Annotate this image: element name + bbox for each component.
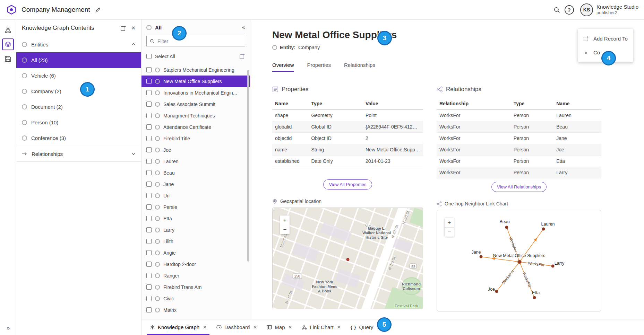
view-tab-dashboard[interactable]: Dashboard✕ xyxy=(212,319,262,335)
record-checkbox[interactable] xyxy=(146,284,152,290)
link-chart-canvas[interactable]: + − New Metal Office SuppliersBeauWorksF… xyxy=(437,210,601,311)
link-chart-node[interactable] xyxy=(551,265,555,268)
record-checkbox[interactable] xyxy=(146,239,152,244)
record-list-item[interactable]: Persie xyxy=(141,201,250,213)
view-all-relationships-button[interactable]: View All Relationships xyxy=(491,182,547,192)
map-canvas[interactable]: + − N 3rd StN 4th StE Clay StMarshall St… xyxy=(272,208,423,309)
entity-type-item[interactable]: Document (2) xyxy=(16,99,141,115)
menu-item-add-record-to[interactable]: Add Record To xyxy=(578,32,633,45)
record-checkbox[interactable] xyxy=(146,102,152,107)
table-cell[interactable]: Beau xyxy=(553,121,601,133)
record-list-item[interactable]: Firebird Title xyxy=(141,133,250,144)
table-cell[interactable]: WorksFor xyxy=(437,144,511,156)
search-icon[interactable] xyxy=(550,3,563,16)
save-icon[interactable] xyxy=(2,53,14,65)
record-list-item[interactable]: Sales Associate Summit xyxy=(141,98,250,110)
table-cell[interactable]: Joe xyxy=(553,144,601,156)
select-all-row[interactable]: Select All xyxy=(141,51,250,62)
add-record-icon[interactable] xyxy=(239,53,245,59)
record-tab-overview[interactable]: Overview xyxy=(272,62,294,72)
record-list-item[interactable]: Matrix xyxy=(141,304,250,316)
table-cell[interactable]: Lauren xyxy=(553,110,601,121)
record-list-item[interactable]: Lilith xyxy=(141,236,250,247)
zoom-out-button[interactable]: − xyxy=(445,227,454,237)
record-tab-relationships[interactable]: Relationships xyxy=(344,62,375,72)
record-list-item[interactable]: Uri xyxy=(141,190,250,201)
view-tab-map[interactable]: Map✕ xyxy=(262,319,297,335)
table-cell[interactable]: Etta xyxy=(553,156,601,167)
view-tab-link-chart[interactable]: Link Chart✕ xyxy=(297,319,345,335)
table-cell[interactable]: WorksFor xyxy=(437,167,511,178)
table-cell[interactable]: WorksFor xyxy=(437,110,511,121)
record-checkbox[interactable] xyxy=(146,262,152,267)
link-chart-node[interactable] xyxy=(505,226,508,229)
view-all-properties-button[interactable]: View All Properties xyxy=(323,179,372,189)
record-list-item[interactable]: Joe xyxy=(141,144,250,156)
record-checkbox[interactable] xyxy=(146,193,152,198)
record-list-item[interactable]: Angie xyxy=(141,247,250,258)
record-list-item[interactable]: Civic xyxy=(141,293,250,304)
record-list-item[interactable]: Firebird Trans Am xyxy=(141,281,250,293)
app-logo-icon[interactable] xyxy=(6,4,17,16)
record-checkbox[interactable] xyxy=(146,204,152,210)
table-cell[interactable]: WorksFor xyxy=(437,156,511,167)
record-checkbox[interactable] xyxy=(146,136,152,141)
record-checkbox[interactable] xyxy=(146,216,152,221)
record-checkbox[interactable] xyxy=(146,296,152,301)
record-list-item[interactable]: Etta xyxy=(141,213,250,224)
hierarchy-icon[interactable] xyxy=(2,24,14,36)
record-checkbox[interactable] xyxy=(146,113,152,118)
view-tab-knowledge-graph[interactable]: Knowledge Graph✕ xyxy=(145,319,212,335)
record-checkbox[interactable] xyxy=(146,273,152,278)
record-list-item[interactable]: Larry xyxy=(141,224,250,236)
zoom-out-button[interactable]: − xyxy=(280,225,290,234)
entity-type-item[interactable]: All (23) xyxy=(16,52,141,68)
table-cell[interactable]: WorksFor xyxy=(437,121,511,133)
link-chart-node[interactable] xyxy=(542,228,545,231)
avatar[interactable]: KS xyxy=(580,3,593,16)
record-list-item[interactable]: New Metal Office Suppliers xyxy=(141,76,250,87)
record-checkbox[interactable] xyxy=(146,170,152,175)
record-checkbox[interactable] xyxy=(146,79,152,84)
link-chart-node[interactable] xyxy=(533,296,536,299)
entity-type-item[interactable]: Company (2) xyxy=(16,83,141,99)
record-list-item[interactable]: Managment Techniques xyxy=(141,110,250,121)
layers-icon[interactable] xyxy=(2,38,14,50)
entity-type-item[interactable]: Person (10) xyxy=(16,115,141,130)
record-list-item[interactable]: Innovations in Mechanical Engin... xyxy=(141,87,250,98)
entity-type-item[interactable]: Conference (3) xyxy=(16,130,141,146)
link-chart-node[interactable] xyxy=(495,290,498,293)
link-chart-node[interactable] xyxy=(480,255,483,258)
record-checkbox[interactable] xyxy=(146,227,152,232)
close-tab-icon[interactable]: ✕ xyxy=(253,325,257,330)
table-cell[interactable]: WorksFor xyxy=(437,133,511,144)
entities-section-header[interactable]: Entities xyxy=(16,36,141,52)
close-tab-icon[interactable]: ✕ xyxy=(337,325,341,330)
record-checkbox[interactable] xyxy=(146,147,152,152)
record-list-item[interactable]: Hardtop 2-door xyxy=(141,258,250,270)
filter-input[interactable] xyxy=(157,38,242,44)
zoom-in-button[interactable]: + xyxy=(280,215,290,225)
scrollbar[interactable] xyxy=(247,70,249,262)
close-panel-icon[interactable]: ✕ xyxy=(131,25,136,31)
link-chart-center-node[interactable] xyxy=(518,260,521,264)
expand-rail-icon[interactable]: » xyxy=(0,325,16,332)
record-checkbox[interactable] xyxy=(146,67,152,72)
relationships-section-header[interactable]: Relationships xyxy=(16,146,141,162)
record-checkbox[interactable] xyxy=(146,159,152,164)
record-list-item[interactable]: Jane xyxy=(141,178,250,190)
table-cell[interactable]: Jane xyxy=(553,133,601,144)
help-icon[interactable]: ? xyxy=(563,3,575,16)
record-list-item[interactable]: Lauren xyxy=(141,156,250,167)
select-all-checkbox[interactable] xyxy=(146,54,152,59)
record-tab-properties[interactable]: Properties xyxy=(307,62,331,72)
record-checkbox[interactable] xyxy=(146,182,152,187)
collapse-panel-icon[interactable]: « xyxy=(242,24,245,31)
record-checkbox[interactable] xyxy=(146,124,152,130)
record-list-item[interactable]: Attendance Certificate xyxy=(141,121,250,133)
close-tab-icon[interactable]: ✕ xyxy=(288,325,292,330)
record-checkbox[interactable] xyxy=(146,90,152,95)
edit-title-icon[interactable] xyxy=(95,7,101,13)
record-checkbox[interactable] xyxy=(146,307,152,312)
entity-type-item[interactable]: Vehicle (6) xyxy=(16,68,141,83)
